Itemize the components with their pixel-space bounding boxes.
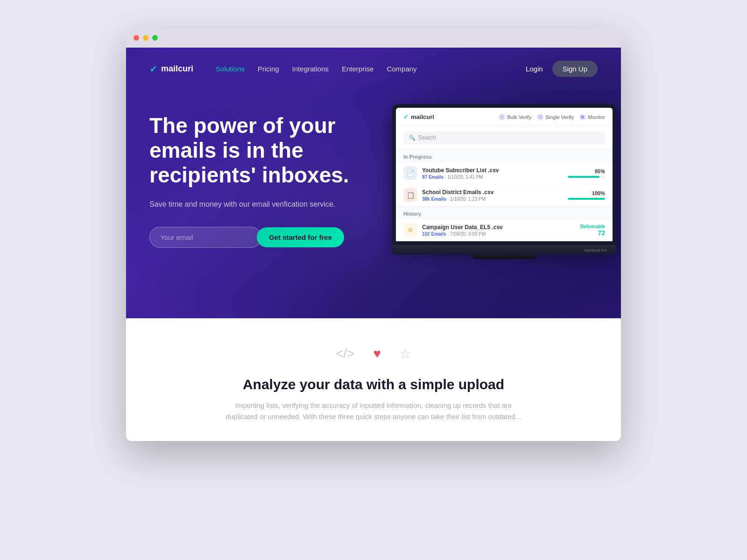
tab-single-verify-label: Single Verify xyxy=(545,114,574,120)
minimize-dot[interactable] xyxy=(143,35,148,41)
app-nav-tabs: ⬡ Bulk Verify ☐ Single Verify ▤ xyxy=(499,114,605,120)
app-logo: ✓ mailcuri xyxy=(403,113,434,120)
item-info-school: School District Emails .csv 38k Emails ·… xyxy=(422,189,563,202)
app-ui: ✓ mailcuri ⬡ Bulk Verify ☐ xyxy=(396,108,613,241)
history-section-label: History xyxy=(396,206,613,219)
progress-pct-school: 100% xyxy=(568,190,605,196)
main-nav: ✓ mailcuri Solutions Pricing Integration… xyxy=(126,48,621,90)
progress-fill-school xyxy=(568,198,605,200)
cta-button[interactable]: Get started for free xyxy=(257,227,344,247)
monitor-icon: ▤ xyxy=(579,114,586,120)
features-title: Analyze your data with a simple upload xyxy=(149,377,598,392)
tab-bulk-verify[interactable]: ⬡ Bulk Verify xyxy=(499,114,531,120)
features-section: </> ♥ ☆ Analyze your data with a simple … xyxy=(126,318,621,441)
item-date-campaign: 7/09/20, 9:00 PM xyxy=(450,231,486,237)
list-item[interactable]: 📋 School District Emails .csv 38k Emails… xyxy=(396,184,613,206)
laptop-label: MacBook Pro xyxy=(585,248,607,252)
nav-right: Login Sign Up xyxy=(526,61,598,77)
signup-button[interactable]: Sign Up xyxy=(552,61,598,77)
deliverable-label: Deliverable xyxy=(580,224,605,229)
nav-integrations[interactable]: Integrations xyxy=(292,65,329,73)
single-verify-icon: ☐ xyxy=(537,114,543,120)
fullscreen-dot[interactable] xyxy=(152,35,158,41)
hero-text: The power of your emails is in the recip… xyxy=(149,104,374,248)
item-count-youtube: 97 Emails xyxy=(422,175,444,180)
heart-icon: ♥ xyxy=(373,346,381,362)
close-dot[interactable] xyxy=(134,35,139,41)
item-name-youtube: Youtube Subscriber List .csv xyxy=(422,167,563,174)
app-logo-check-icon: ✓ xyxy=(403,113,409,120)
nav-pricing[interactable]: Pricing xyxy=(258,65,279,73)
app-search-area: 🔍 Search xyxy=(396,126,613,149)
login-button[interactable]: Login xyxy=(526,65,543,73)
tab-single-verify[interactable]: ☐ Single Verify xyxy=(537,114,574,120)
search-icon: 🔍 xyxy=(409,135,416,141)
hero-content: The power of your emails is in the recip… xyxy=(126,90,621,282)
progress-bar-school xyxy=(568,198,605,200)
hero-form: Get started for free xyxy=(149,227,374,248)
laptop-base: MacBook Pro xyxy=(392,245,616,254)
item-meta-school: 38k Emails · 1/10/20, 1:23 PM xyxy=(422,196,563,202)
code-icon: </> xyxy=(336,346,354,362)
browser-chrome xyxy=(126,28,621,48)
item-date-youtube-val: 1/10/20, 1:41 PM xyxy=(448,175,483,180)
item-count-school: 38k Emails xyxy=(422,196,446,202)
logo-check-icon: ✓ xyxy=(149,63,157,75)
email-input[interactable] xyxy=(149,227,261,248)
progress-bar-youtube xyxy=(568,176,605,178)
item-name-school: School District Emails .csv xyxy=(422,189,563,196)
nav-enterprise[interactable]: Enterprise xyxy=(342,65,374,73)
star-icon: ☆ xyxy=(400,346,411,362)
app-nav: ✓ mailcuri ⬡ Bulk Verify ☐ xyxy=(396,108,613,126)
progress-pct-youtube: 85% xyxy=(568,168,605,174)
item-meta-campaign: 102 Emails · 7/09/20, 9:00 PM xyxy=(422,231,576,237)
nav-links: Solutions Pricing Integrations Enterpris… xyxy=(216,65,511,73)
logo-name: mailcuri xyxy=(161,64,193,74)
logo[interactable]: ✓ mailcuri xyxy=(149,63,193,75)
search-box[interactable]: 🔍 Search xyxy=(403,131,605,144)
item-icon-campaign: © xyxy=(403,223,417,237)
tab-bulk-verify-label: Bulk Verify xyxy=(507,114,531,120)
list-item[interactable]: 📄 Youtube Subscriber List .csv 97 Emails… xyxy=(396,162,613,184)
item-deliverable-campaign: Deliverable 72 xyxy=(580,224,605,237)
tab-monitor[interactable]: ▤ Monitor xyxy=(579,114,605,120)
item-count-campaign: 102 Emails xyxy=(422,231,446,237)
nav-solutions[interactable]: Solutions xyxy=(216,65,245,73)
item-info-campaign: Campaign User Data_EL5 .csv 102 Emails ·… xyxy=(422,224,576,237)
in-progress-section-label: In Progress xyxy=(396,149,613,162)
bulk-verify-icon: ⬡ xyxy=(499,114,505,120)
list-item[interactable]: © Campaign User Data_EL5 .csv 102 Emails… xyxy=(396,219,613,241)
progress-fill-youtube xyxy=(568,176,599,178)
hero-subtext: Save time and money with our email verif… xyxy=(149,199,374,210)
search-placeholder: Search xyxy=(418,134,436,141)
item-date-school: 1/10/20, 1:23 PM xyxy=(450,196,486,202)
nav-company[interactable]: Company xyxy=(387,65,416,73)
features-description: Importing lists, verifying the accuracy … xyxy=(224,400,523,422)
laptop: ✓ mailcuri ⬡ Bulk Verify ☐ xyxy=(392,104,616,254)
feature-icons-row: </> ♥ ☆ xyxy=(149,346,598,362)
app-logo-name: mailcuri xyxy=(411,113,434,120)
deliverable-count: 72 xyxy=(580,229,605,237)
item-meta-youtube: 97 Emails · 1/10/20, 1:41 PM xyxy=(422,175,563,180)
item-progress-school: 100% xyxy=(568,190,605,200)
item-icon-youtube: 📄 xyxy=(403,166,417,180)
browser-window: ✓ mailcuri Solutions Pricing Integration… xyxy=(126,28,621,441)
laptop-screen: ✓ mailcuri ⬡ Bulk Verify ☐ xyxy=(392,104,616,245)
hero-headline: The power of your emails is in the recip… xyxy=(149,113,374,188)
hero-section: ✓ mailcuri Solutions Pricing Integration… xyxy=(126,48,621,318)
item-progress-youtube: 85% xyxy=(568,168,605,178)
laptop-mockup: ✓ mailcuri ⬡ Bulk Verify ☐ xyxy=(392,104,616,254)
item-info-youtube: Youtube Subscriber List .csv 97 Emails ·… xyxy=(422,167,563,180)
tab-monitor-label: Monitor xyxy=(588,114,605,120)
item-name-campaign: Campaign User Data_EL5 .csv xyxy=(422,224,576,231)
item-icon-school: 📋 xyxy=(403,188,417,202)
